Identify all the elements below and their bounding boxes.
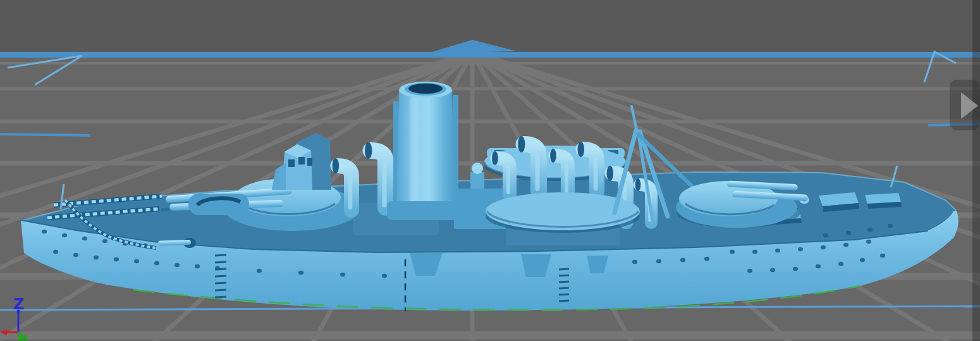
porthole: [846, 231, 851, 235]
porthole: [62, 233, 67, 237]
ladder-rung: [215, 276, 226, 276]
searchlight-pedestal: [470, 172, 484, 189]
porthole: [195, 264, 200, 268]
panel-toggle-button[interactable]: [950, 80, 980, 130]
porthole: [632, 260, 637, 264]
ladder-rung: [215, 290, 226, 290]
porthole: [340, 273, 345, 276]
ladder-rung: [559, 269, 569, 270]
porthole: [73, 253, 78, 257]
porthole: [747, 269, 752, 273]
porthole: [382, 274, 387, 278]
porthole: [42, 230, 47, 233]
porthole: [823, 233, 828, 237]
porthole: [175, 263, 180, 267]
funnel: [387, 82, 463, 220]
aft-turret: [676, 180, 808, 228]
porthole: [752, 250, 757, 254]
porthole: [775, 249, 780, 252]
ladder-rung: [215, 269, 226, 270]
porthole: [880, 254, 885, 257]
porthole: [770, 268, 775, 272]
porthole: [102, 239, 107, 243]
porthole: [821, 245, 826, 249]
ladder-rung: [559, 275, 569, 276]
fore-casemate: [188, 194, 249, 215]
porthole: [730, 250, 735, 254]
ladder-rung: [559, 282, 569, 282]
cowl-mouth: [607, 166, 614, 181]
porthole: [94, 256, 99, 259]
porthole: [656, 259, 661, 263]
porthole: [114, 257, 119, 261]
ladder-rung: [215, 283, 226, 283]
porthole: [257, 269, 262, 273]
cowl-mouth: [518, 136, 525, 152]
cowl-mouth: [365, 142, 372, 159]
cowl-mouth: [550, 149, 556, 163]
porthole: [680, 258, 685, 262]
cowl-mouth: [333, 158, 340, 173]
porthole: [793, 267, 798, 271]
ladder-rung: [215, 255, 226, 256]
cowl-mouth: [635, 178, 641, 191]
plate-left-edge: [0, 134, 90, 135]
porthole: [888, 224, 893, 228]
porthole: [154, 261, 159, 265]
porthole: [134, 259, 139, 263]
porthole: [843, 243, 848, 247]
right-edge-shade: [972, 0, 980, 341]
axis-y-label: Y: [16, 333, 25, 341]
porthole: [704, 257, 709, 261]
ladder-rung: [559, 288, 569, 288]
porthole: [860, 258, 865, 262]
porthole: [298, 271, 303, 275]
ladder-rung: [215, 297, 226, 297]
searchlight: [472, 163, 483, 174]
cowl-mouth: [578, 142, 585, 157]
ladder-rung: [559, 301, 569, 301]
ladder-rung: [559, 294, 569, 295]
porthole: [816, 264, 821, 268]
porthole: [798, 247, 803, 251]
3d-viewport[interactable]: Z X Y: [0, 0, 980, 341]
cowl-mouth: [492, 151, 498, 165]
porthole: [82, 237, 87, 240]
porthole: [53, 250, 58, 254]
scene-canvas: Z X Y: [0, 0, 980, 341]
porthole: [867, 228, 873, 232]
ladder-rung: [215, 262, 226, 263]
porthole: [838, 262, 843, 266]
plate-back-edge: [0, 52, 980, 58]
porthole: [866, 240, 871, 244]
